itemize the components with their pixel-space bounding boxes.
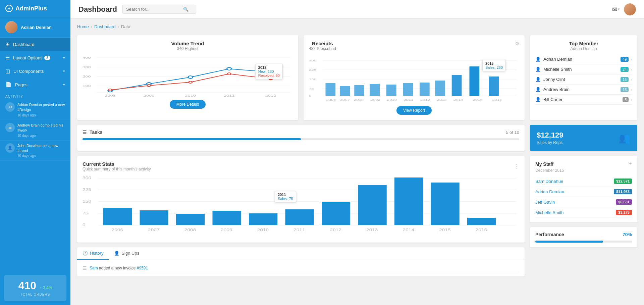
svg-rect-47: [354, 85, 364, 96]
chevron-right-icon[interactable]: ›: [631, 88, 632, 92]
svg-text:2008: 2008: [105, 94, 116, 97]
layout-badge: 5: [44, 56, 50, 60]
chevron-right-icon[interactable]: ›: [631, 78, 632, 82]
svg-rect-50: [403, 83, 413, 96]
chevron-right-icon[interactable]: ›: [631, 57, 632, 61]
list-item: ☰ Sam added a new invoice #9591: [83, 263, 519, 273]
sales-reps-card: $12,129 Sales by Reps 👥: [530, 125, 637, 151]
svg-point-19: [109, 89, 112, 91]
sales-amount: $12,129: [537, 131, 564, 140]
staff-amount: $12,571: [614, 179, 632, 184]
member-name: Michelle Smith: [543, 67, 621, 72]
total-orders-trend: ↑ 3.4%: [40, 286, 52, 290]
svg-rect-53: [452, 75, 462, 96]
activity-time: 10 days ago: [17, 134, 65, 138]
chevron-right-icon[interactable]: ›: [631, 67, 632, 71]
svg-text:2008: 2008: [354, 98, 364, 101]
svg-text:0: 0: [309, 94, 311, 97]
staff-name[interactable]: Michelle Smith: [535, 210, 616, 215]
svg-text:2015: 2015: [439, 228, 450, 232]
tab-history[interactable]: 🕐 History: [77, 247, 109, 260]
svg-text:2011: 2011: [404, 98, 413, 101]
mail-button[interactable]: ✉ ▾: [612, 6, 620, 13]
svg-rect-72: [322, 202, 350, 225]
receipts-card: Receipts 482 Prescribed ⚙ 300 225 150 75…: [304, 35, 525, 120]
staff-name[interactable]: Adrian Demian: [535, 189, 614, 194]
activity-item: 👤 John Donahue set a new #trend 10 days …: [0, 141, 70, 161]
svg-point-16: [188, 76, 193, 79]
activity-item: ☰ Andrew Brain completed his #work 10 da…: [0, 120, 70, 141]
svg-text:2009: 2009: [143, 94, 154, 97]
breadcrumb-home[interactable]: Home: [77, 24, 89, 29]
svg-rect-76: [467, 218, 496, 225]
sidebar-item-ui[interactable]: ◫ UI Components ▾: [0, 64, 70, 78]
brand-name: AdminPlus: [15, 5, 47, 12]
svg-rect-70: [249, 213, 277, 225]
sidebar-item-layout[interactable]: ☰ Layout Options 5 ▾: [0, 51, 70, 64]
svg-text:2011: 2011: [293, 228, 305, 232]
my-staff-date: December 2015: [535, 168, 632, 173]
breadcrumb: Home › Dashboard › Data: [77, 24, 637, 29]
add-staff-button[interactable]: +: [628, 160, 632, 167]
stats-title: Current Stats: [83, 161, 151, 167]
member-name: Jonny Clint: [543, 77, 621, 82]
staff-amount: $3,278: [616, 210, 632, 215]
member-user-icon: 👤: [535, 97, 541, 102]
staff-name[interactable]: Jeff Gavin: [535, 200, 616, 205]
brand-logo[interactable]: + AdminPlus: [0, 0, 70, 17]
right-panel: My Staff + December 2015 Sam Donahue $12…: [530, 156, 637, 247]
staff-name[interactable]: Sam Donahue: [535, 179, 614, 184]
svg-text:100: 100: [83, 84, 91, 88]
sidebar-nav: ⊞ Dashboard ☰ Layout Options 5 ▾ ◫ UI Co…: [0, 38, 70, 271]
activity-work-icon: ☰: [5, 123, 15, 132]
svg-text:2010: 2010: [185, 94, 196, 97]
header-actions: ✉ ▾: [612, 3, 636, 15]
activity-time: 10 days ago: [17, 154, 65, 158]
sidebar-item-pages[interactable]: 📄 Pages ▾: [0, 78, 70, 91]
dots-menu-icon[interactable]: ⋮: [513, 163, 519, 170]
svg-text:2012: 2012: [420, 98, 430, 101]
member-name: Adrian Demian: [543, 57, 621, 62]
tab-signups[interactable]: 👤 Sign Ups: [109, 247, 145, 260]
search-icon: 🔍: [183, 7, 189, 12]
tasks-card: ☰ Tasks 5 of 10: [77, 125, 525, 151]
list-item: 👤 Adrian Demian 49 ›: [535, 54, 632, 64]
search-input[interactable]: [126, 7, 183, 12]
view-report-button[interactable]: View Report: [396, 106, 432, 115]
svg-text:2006: 2006: [326, 98, 336, 101]
breadcrumb-dashboard[interactable]: Dashboard: [94, 24, 116, 29]
sidebar-item-dashboard[interactable]: ⊞ Dashboard: [0, 38, 70, 51]
svg-text:150: 150: [309, 78, 316, 81]
sidebar: + AdminPlus Adrian Demian ⊞ Dashboard ☰ …: [0, 0, 70, 305]
chevron-right-icon[interactable]: ›: [631, 98, 632, 102]
member-user-icon: 👤: [535, 87, 541, 92]
page-title: Dashboard: [78, 5, 117, 14]
svg-text:2014: 2014: [453, 98, 463, 101]
svg-rect-51: [420, 83, 430, 96]
list-item: Michelle Smith $3,278: [535, 207, 632, 218]
top-member-title: Top Member: [535, 41, 632, 46]
svg-text:2016: 2016: [476, 228, 487, 232]
svg-rect-68: [176, 214, 205, 225]
more-details-button[interactable]: More Details: [170, 100, 206, 109]
volume-trend-card: Volume Trend 340 Highest 400 300 200 100: [77, 35, 298, 120]
member-badge: 49: [621, 57, 629, 62]
sidebar-item-label: UI Components: [13, 69, 44, 74]
member-badge: 24: [621, 67, 629, 72]
svg-text:2014: 2014: [403, 228, 414, 232]
list-item: 👤 Andrew Brain 13 ›: [535, 85, 632, 95]
total-orders-number: 410: [18, 279, 36, 292]
svg-rect-75: [431, 183, 460, 225]
main-area: Dashboard 🔍 ✉ ▾ Home › Dashboard › Data: [70, 0, 644, 305]
search-box[interactable]: 🔍: [122, 5, 196, 14]
sales-label: Sales by Reps: [537, 140, 564, 145]
svg-rect-69: [213, 211, 241, 225]
total-orders-label: TOTAL ORDERS: [9, 293, 62, 296]
sidebar-item-label: Pages: [15, 82, 28, 87]
svg-text:2006: 2006: [112, 228, 123, 232]
header-user-avatar[interactable]: [624, 3, 636, 15]
pages-icon: 📄: [5, 82, 12, 88]
tasks-title: Tasks: [90, 130, 103, 135]
gear-icon[interactable]: ⚙: [515, 41, 519, 47]
svg-text:225: 225: [309, 68, 316, 71]
